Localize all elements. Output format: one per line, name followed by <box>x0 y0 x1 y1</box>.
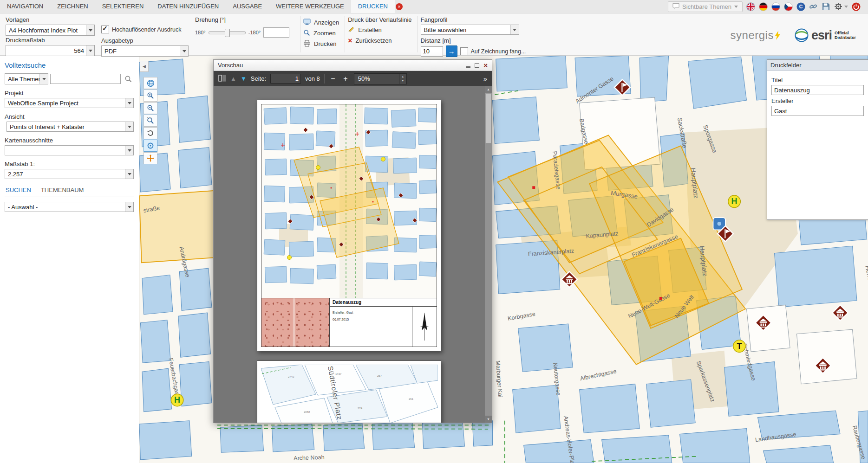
map-tool-zoom-in-button[interactable] <box>144 90 157 102</box>
visible-themes-button[interactable]: Sichtbare Themen <box>668 1 743 12</box>
zoom-spinner-icon[interactable]: ▲▼ <box>399 74 406 84</box>
preview-titlebar[interactable]: Vorschau × <box>214 60 492 71</box>
svg-text:1437: 1437 <box>335 373 342 375</box>
map-tool-zoom-window-button[interactable] <box>144 115 157 127</box>
scroll-up-icon[interactable]: ▲ <box>485 86 492 93</box>
speech-bubble-icon <box>672 3 679 11</box>
zoom-out-button[interactable]: − <box>329 75 337 83</box>
map-tool-overview-button[interactable] <box>144 77 157 89</box>
hochaufloesend-label: Hochauflösender Ausdruck <box>112 26 181 33</box>
vorlagen-select[interactable]: A4 Hochformat Index Plot <box>6 25 95 36</box>
tab-list: NAVIGATIONZEICHNENSELEKTIERENDATEN HINZU… <box>0 0 406 13</box>
link-icon[interactable] <box>809 2 818 11</box>
preview-scrollbar[interactable]: ▲ ▼ <box>485 86 492 423</box>
anzeigen-button[interactable]: Anzeigen <box>303 17 339 28</box>
sidebar-collapse-button[interactable]: ◀ <box>140 61 149 72</box>
previous-page-icon[interactable]: ▲ <box>230 75 236 82</box>
ribbon-group-vorlagen: Vorlagen A4 Hochformat Index Plot Druckm… <box>5 15 100 55</box>
tab-navigation[interactable]: NAVIGATION <box>0 0 50 13</box>
settings-chevron-icon[interactable] <box>844 6 848 8</box>
flag-en-icon[interactable] <box>746 2 755 11</box>
minimize-icon[interactable] <box>466 66 470 68</box>
zoomen-label: Zoomen <box>313 30 336 37</box>
chevron-down-icon <box>125 98 133 108</box>
fangprofil-select[interactable]: Bitte auswählen <box>421 25 519 35</box>
ribbon-group-drehung: Drehung [°] 180° -180° <box>194 15 300 55</box>
tab-daten-hinzufugen[interactable]: DATEN HINZUFÜGEN <box>150 0 226 13</box>
druckfelder-title: Druckfelder <box>767 60 868 71</box>
scroll-down-icon[interactable]: ▼ <box>485 416 492 423</box>
ausgabetyp-select[interactable]: PDF <box>101 45 189 57</box>
preview-content[interactable]: Datenauszug Ersteller: Gast 06.07.2015 S… <box>214 86 492 423</box>
synergis-wordmark: synergis <box>731 29 774 42</box>
scrollbar-thumb[interactable] <box>485 93 491 143</box>
preview-title: Vorschau <box>218 62 243 69</box>
themes-filter-select[interactable]: Alle Themen <box>5 73 48 84</box>
kartenausschnitte-label: Kartenausschnitte <box>5 137 134 144</box>
tab-selektieren[interactable]: SELEKTIEREN <box>95 0 151 13</box>
distanz-input[interactable] <box>421 46 443 57</box>
flag-de-icon[interactable] <box>758 2 768 11</box>
map-tool-zoom-out-button[interactable] <box>144 102 157 114</box>
fulltext-search-input[interactable] <box>50 74 121 84</box>
rotation-slider-handle[interactable] <box>225 29 230 37</box>
rotation-slider[interactable] <box>209 31 246 34</box>
ribbon-group-verlaufslinie: Druck über Verlaufslinie Erstellen × Zur… <box>347 15 417 55</box>
page-number-input[interactable] <box>270 74 301 84</box>
settings-icon[interactable] <box>834 2 843 11</box>
auswahl-select[interactable]: - Auswahl - <box>5 202 134 212</box>
next-page-icon[interactable]: ▼ <box>241 75 247 82</box>
close-ribbon-icon[interactable]: × <box>396 3 403 10</box>
drucken-button[interactable]: Drucken <box>303 39 339 49</box>
tab-themenbaum[interactable]: THEMENBAUM <box>41 186 84 193</box>
vorlagen-value: A4 Hochformat Index Plot <box>6 27 86 34</box>
fang-checkbox[interactable] <box>460 47 468 55</box>
restore-icon[interactable] <box>475 63 479 68</box>
kartenausschnitte-select[interactable] <box>5 145 134 155</box>
plot-title: Datenauszug <box>330 298 437 307</box>
projekt-select[interactable]: WebOffice Sample Project <box>5 98 134 108</box>
druckmassstab-select[interactable]: 564 <box>6 45 95 56</box>
preview-page-2: Südtiroler Platz274314372572058274261 <box>257 360 441 423</box>
visible-themes-label: Sichtbare Themen <box>682 3 731 10</box>
zoomen-button[interactable]: Zoomen <box>303 28 339 39</box>
flag-ru-icon[interactable] <box>771 2 780 11</box>
info-icon[interactable]: C <box>796 2 805 11</box>
tab-suchen[interactable]: SUCHEN <box>6 186 31 193</box>
zuruecksetzen-label: Zurücksetzen <box>356 37 392 44</box>
zuruecksetzen-button[interactable]: × Zurücksetzen <box>348 35 411 46</box>
ansicht-select[interactable]: Points of Interest + Kataster <box>7 122 134 132</box>
anzeigen-label: Anzeigen <box>314 19 339 26</box>
preview-window: Vorschau × ▲ ▼ Seite: von 8 − + 50% ▲▼ » <box>213 59 492 423</box>
logout-icon[interactable] <box>851 2 861 11</box>
ansicht-value: Points of Interest + Kataster <box>7 123 125 130</box>
thumbnails-toggle-icon[interactable] <box>218 75 226 83</box>
search-icon[interactable] <box>123 73 134 84</box>
titel-input[interactable] <box>771 85 864 95</box>
tab-zeichnen[interactable]: ZEICHNEN <box>50 0 95 13</box>
north-arrow-icon <box>412 307 437 347</box>
apply-distance-button[interactable]: → <box>446 45 457 57</box>
more-tools-icon[interactable]: » <box>483 75 487 83</box>
ersteller-input[interactable] <box>771 106 864 116</box>
plot-meta-line: 06.07.2015 <box>333 316 409 323</box>
rotation-input[interactable] <box>263 27 289 38</box>
flag-cz-icon[interactable] <box>783 2 793 11</box>
close-icon[interactable]: × <box>483 62 488 69</box>
map-tool-previous-extent-button[interactable] <box>144 127 157 139</box>
seite-label: Seite: <box>251 75 266 82</box>
save-icon[interactable] <box>821 2 830 11</box>
tab-drucken[interactable]: DRUCKEN <box>351 0 395 13</box>
zoom-level-select[interactable]: 50% ▲▼ <box>354 73 407 84</box>
erstellen-button[interactable]: Erstellen <box>348 25 411 35</box>
esri-logo: esri Official Distributor <box>795 28 856 43</box>
hochaufloesend-checkbox[interactable] <box>101 26 109 33</box>
volltextsuche-title[interactable]: Volltextsuche <box>5 61 134 69</box>
topbar-actions: Sichtbare Themen C <box>668 1 868 12</box>
tab-weitere-werkzeuge[interactable]: WEITERE WERKZEUGE <box>269 0 351 13</box>
map-tool-pan-button[interactable] <box>144 152 157 164</box>
massstab-select[interactable]: 2.257 <box>5 169 134 179</box>
tab-ausgabe[interactable]: AUSGABE <box>226 0 269 13</box>
map-tool-center-position-button[interactable] <box>144 140 157 152</box>
zoom-in-button[interactable]: + <box>341 75 350 83</box>
